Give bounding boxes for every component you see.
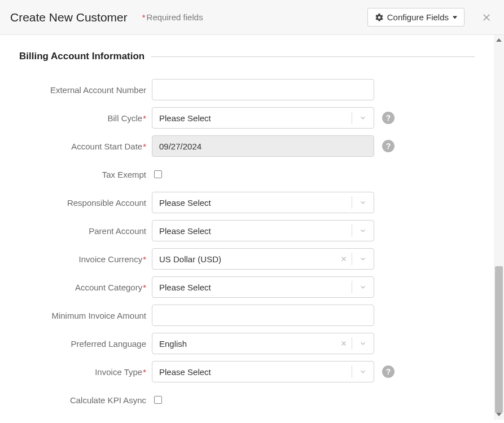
row-calculate-kpi-async: Calculate KPI Async (19, 389, 475, 411)
input-external-account-number[interactable] (152, 79, 374, 100)
chevron-down-icon (352, 227, 374, 235)
form-scroll-area: Billing Account Information External Acc… (0, 35, 494, 420)
scroll-down-icon[interactable] (494, 409, 504, 420)
scroll-up-icon[interactable] (494, 35, 504, 45)
label-account-start-date: Account Start Date* (19, 142, 152, 151)
required-fields-hint: *Required fields (142, 12, 203, 22)
select-value: Please Select (152, 226, 352, 236)
section-rule (151, 56, 475, 57)
input-minimum-invoice-amount[interactable] (152, 305, 374, 326)
input-account-start-date[interactable] (152, 135, 374, 157)
checkbox-tax-exempt[interactable] (154, 170, 162, 178)
modal-header: Create New Customer *Required fields Con… (0, 0, 504, 35)
label-minimum-invoice-amount: Minimum Invoice Amount (19, 311, 152, 320)
label-parent-account: Parent Account (19, 226, 152, 236)
required-asterisk: * (143, 367, 146, 377)
row-bill-cycle: Bill Cycle* Please Select ? (19, 107, 475, 129)
required-asterisk: * (143, 113, 146, 123)
vertical-scrollbar[interactable] (494, 35, 504, 420)
select-value: US Dollar (USD) (152, 254, 336, 264)
label-preferred-language: Preferred Language (19, 339, 152, 349)
row-invoice-type: Invoice Type* Please Select ? (19, 361, 475, 382)
row-external-account-number: External Account Number (19, 79, 475, 100)
section-title: Billing Account Information (19, 51, 144, 62)
select-responsible-account[interactable]: Please Select (152, 192, 374, 213)
select-preferred-language[interactable]: English (152, 333, 374, 354)
row-account-start-date: Account Start Date* ? (19, 135, 475, 157)
select-parent-account[interactable]: Please Select (152, 220, 374, 241)
row-minimum-invoice-amount: Minimum Invoice Amount (19, 305, 475, 326)
configure-fields-button[interactable]: Configure Fields (367, 8, 464, 27)
label-bill-cycle: Bill Cycle* (19, 113, 152, 123)
label-tax-exempt: Tax Exempt (19, 170, 152, 179)
row-account-category: Account Category* Please Select (19, 276, 475, 298)
asterisk-icon: * (142, 12, 146, 22)
modal-title: Create New Customer (10, 11, 128, 24)
chevron-down-icon (352, 255, 374, 263)
required-asterisk: * (143, 283, 146, 292)
gear-icon (375, 13, 384, 22)
select-value: Please Select (152, 367, 352, 377)
chevron-down-icon (352, 283, 374, 291)
configure-fields-label: Configure Fields (387, 12, 449, 22)
select-bill-cycle[interactable]: Please Select (152, 107, 374, 129)
select-value: Please Select (152, 198, 352, 208)
row-invoice-currency: Invoice Currency* US Dollar (USD) (19, 248, 475, 270)
section-header: Billing Account Information (19, 51, 475, 62)
select-invoice-type[interactable]: Please Select (152, 361, 374, 382)
row-tax-exempt: Tax Exempt (19, 164, 475, 185)
row-preferred-language: Preferred Language English (19, 333, 475, 354)
chevron-down-icon (352, 199, 374, 206)
label-invoice-type: Invoice Type* (19, 367, 152, 377)
label-responsible-account: Responsible Account (19, 198, 152, 208)
label-invoice-currency: Invoice Currency* (19, 254, 152, 264)
clear-icon[interactable] (336, 255, 352, 262)
chevron-down-icon (352, 368, 374, 376)
label-external-account-number: External Account Number (19, 85, 152, 95)
select-value: English (152, 339, 336, 349)
required-asterisk: * (143, 142, 146, 151)
row-responsible-account: Responsible Account Please Select (19, 192, 475, 213)
select-value: Please Select (152, 113, 352, 123)
label-account-category: Account Category* (19, 283, 152, 292)
clear-icon[interactable] (336, 340, 352, 347)
select-account-category[interactable]: Please Select (152, 276, 374, 298)
required-asterisk: * (143, 254, 146, 264)
help-icon[interactable]: ? (382, 112, 395, 124)
checkbox-calculate-kpi-async[interactable] (154, 396, 162, 404)
select-invoice-currency[interactable]: US Dollar (USD) (152, 248, 374, 270)
help-icon[interactable]: ? (382, 365, 395, 378)
label-calculate-kpi-async: Calculate KPI Async (19, 395, 152, 405)
chevron-down-icon (352, 114, 374, 122)
help-icon[interactable]: ? (382, 140, 395, 152)
scrollbar-thumb[interactable] (495, 266, 503, 413)
row-parent-account: Parent Account Please Select (19, 220, 475, 241)
close-button[interactable] (479, 10, 494, 25)
caret-down-icon (453, 15, 457, 20)
chevron-down-icon (352, 340, 374, 347)
select-value: Please Select (152, 283, 352, 292)
